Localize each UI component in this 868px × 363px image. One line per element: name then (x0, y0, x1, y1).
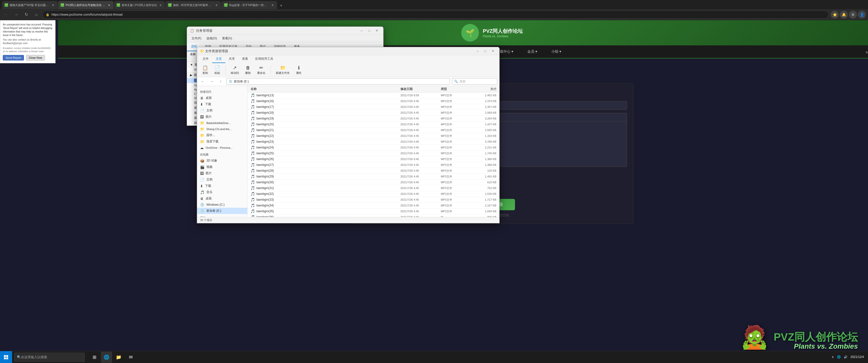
fe-file-row-11[interactable]: 🎵 lawnbgm(26) 2021/7/26 4:45 MP3文件 1,380… (248, 156, 499, 162)
fe-sidebar-desktop[interactable]: 🖥 桌面 (197, 95, 247, 101)
fe-sidebar-pictures2[interactable]: 🖼 图片 (197, 170, 247, 176)
fe-forward-button[interactable]: → (208, 78, 215, 85)
fe-file-row-4[interactable]: 🎵 lawnbgm(19) 2021/7/26 4:45 MP3文件 3,284… (248, 116, 499, 122)
fe-file-row-15[interactable]: 🎵 lawnbgm(30) 2021/7/26 4:45 MP3文件 610 K… (248, 179, 499, 185)
fe-up-button[interactable]: ↑ (217, 78, 224, 85)
fe-file-row-3[interactable]: 🎵 lawnbgm(18) 2021/7/26 4:45 MP3文件 2,069… (248, 110, 499, 116)
tab-close-3[interactable]: ✕ (158, 3, 162, 7)
fe-sidebar-video[interactable]: 🎬 视频 (197, 164, 247, 170)
fe-search-box[interactable]: 🔍 搜索 (452, 78, 497, 85)
fe-sidebar-drivee[interactable]: 💿 新加卷 (E:) (197, 208, 247, 214)
taskbar-item-mail[interactable]: ✉ (125, 352, 136, 363)
taskbar-search[interactable]: 🔍 在这里输入以搜索 (14, 353, 85, 362)
fe-sidebar-documents2[interactable]: 📄 文档 (197, 176, 247, 183)
address-bar[interactable]: 🔒 https://www.pvzhome.com/forums/tat/pos… (42, 10, 829, 19)
home-button[interactable]: ⌂ (32, 10, 40, 19)
fe-file-row-13[interactable]: 🎵 lawnbgm(28) 2021/7/26 4:45 MP3文件 120 K… (248, 168, 499, 174)
tm-maximize-button[interactable]: □ (366, 28, 373, 33)
fe-sidebar-3dobjects[interactable]: 📦 3D 对象 (197, 158, 247, 164)
fe-file-row-1[interactable]: 🎵 lawnbgm(16) 2021/7/26 4:45 MP3文件 2,374… (248, 98, 499, 104)
refresh-button[interactable]: ↻ (22, 10, 30, 19)
tm-menu-view[interactable]: 查看(V) (219, 35, 235, 42)
fe-file-row-0[interactable]: 🎵 lawnbgm(13) 2021/7/29 9:59 MP3文件 2,462… (248, 93, 499, 98)
fe-file-row-10[interactable]: 🎵 lawnbgm(25) 2021/7/26 4:45 MP3文件 1,745… (248, 151, 499, 156)
fe-sidebar-desktop2[interactable]: 🖥 桌面 (197, 195, 247, 202)
taskbar-time[interactable]: 2021/12/4 (850, 355, 864, 359)
fe-file-row-7[interactable]: 🎵 lawnbgm(22) 2021/7/26 4:45 MP3文件 1,333… (248, 133, 499, 139)
fe-ribbon-tab-home[interactable]: 主页 (212, 55, 225, 63)
user-avatar[interactable]: 👤 (858, 10, 866, 19)
fe-col-name[interactable]: 名称 (251, 87, 400, 91)
fe-ribbon-btn-copy[interactable]: 📋 复制 (200, 64, 210, 76)
forward-button[interactable]: → (12, 10, 20, 19)
fe-sidebar-music[interactable]: 🎵 音乐 (197, 189, 247, 195)
fe-file-row-14[interactable]: 🎵 lawnbgm(29) 2021/7/26 4:45 MP3文件 1,491… (248, 174, 499, 179)
fe-minimize-button[interactable]: ─ (474, 48, 481, 54)
fe-col-type[interactable]: 类型 (441, 87, 471, 91)
fe-file-row-18[interactable]: 🎵 lawnbgm(33) 2021/7/26 4:45 MP3文件 1,717… (248, 197, 499, 203)
fe-col-date[interactable]: 修改日期 (400, 87, 441, 91)
fe-file-row-5[interactable]: 🎵 lawnbgm(20) 2021/7/26 4:45 MP3文件 1,437… (248, 122, 499, 127)
fe-back-button[interactable]: ← (199, 78, 206, 85)
fe-ribbon-btn-paste[interactable]: 📄 粘贴 (212, 64, 222, 76)
fe-file-row-21[interactable]: 🎵 lawnbgm(36) 2021/7/26 4:45 M... 865 KB (248, 214, 499, 217)
send-report-button[interactable]: Send Report (3, 55, 24, 61)
fe-file-row-16[interactable]: 🎵 lawnbgm(31) 2021/7/26 4:45 MP3文件 752 K… (248, 185, 499, 191)
fe-path-bar[interactable]: 💿 新加卷 (E:) (226, 78, 450, 85)
fe-sidebar-downloads[interactable]: ⬇ 下载 (197, 101, 247, 107)
fe-sidebar-drivec[interactable]: 💿 Windows (C:) (197, 202, 247, 208)
new-tab-button[interactable]: + (278, 2, 285, 9)
fe-ribbon-btn-delete[interactable]: 🗑 删除 (243, 64, 253, 76)
tm-menu-options[interactable]: 选项(O) (204, 35, 219, 42)
fe-ribbon-btn-properties[interactable]: ℹ 属性 (294, 64, 304, 76)
back-button[interactable]: ← (2, 10, 10, 19)
fe-maximize-button[interactable]: □ (482, 48, 489, 54)
fe-file-row-17[interactable]: 🎵 lawnbgm(32) 2021/7/26 4:45 MP3文件 1,530… (248, 191, 499, 197)
start-button[interactable] (0, 351, 12, 363)
fe-ribbon-tab-file[interactable]: 文件 (199, 55, 212, 63)
fe-sidebar-shang[interactable]: 📁 Shang.Chi.and.the... (197, 126, 247, 132)
browser-tab-4[interactable]: 🌱 抱怨 - 时空环游之旅TAT版常见... ✕ (165, 1, 221, 9)
tm-minimize-button[interactable]: ─ (358, 28, 365, 33)
tab-close-4[interactable]: ✕ (215, 3, 218, 7)
fe-sidebar-pictures[interactable]: 🖼 图片 (197, 114, 247, 120)
taskbar-item-browser[interactable]: 🌐 (101, 352, 112, 363)
fe-sidebar-baidu[interactable]: 📁 BaiduNetdiskDow... (197, 120, 247, 126)
browser-tab-2[interactable]: 🌱 PVZ同人创作论坛号发帖活动 ||... ✕ (58, 1, 114, 9)
fe-ribbon-tab-view[interactable]: 查看 (239, 55, 252, 63)
taskbar-item-taskview[interactable]: ⊞ (89, 352, 100, 363)
browser-tab-3[interactable]: 🌱 发布主题 | PVZ同人创作论坛 ✕ (114, 1, 165, 9)
fe-ribbon-btn-rename[interactable]: ✏ 重命名 (255, 64, 268, 76)
ext-btn-3[interactable]: ⚙ (849, 10, 857, 19)
fe-file-row-8[interactable]: 🎵 lawnbgm(23) 2021/7/26 4:45 MP3文件 3,780… (248, 139, 499, 145)
tray-chevron[interactable]: ∧ (832, 355, 834, 359)
fe-sidebar-downloads2[interactable]: ⬇ 下载 (197, 183, 247, 189)
fe-file-row-19[interactable]: 🎵 lawnbgm(34) 2021/7/26 4:45 MP3文件 2,107… (248, 203, 499, 208)
ext-btn-1[interactable]: ⭐ (831, 10, 839, 19)
fe-sidebar-thunder[interactable]: 📁 迅雷下载 (197, 138, 247, 145)
nav-item-groups[interactable]: 小组 ▾ (549, 45, 563, 58)
fe-file-row-20[interactable]: 🎵 lawnbgm(35) 2021/7/26 4:45 MP3文件 1,640… (248, 208, 499, 214)
fe-ribbon-btn-move[interactable]: ↗ 移动到 (228, 64, 241, 76)
fe-ribbon-tab-share[interactable]: 共享 (225, 55, 239, 63)
fe-file-row-12[interactable]: 🎵 lawnbgm(27) 2021/7/26 4:45 MP3文件 1,380… (248, 162, 499, 168)
fe-file-row-9[interactable]: 🎵 lawnbgm(24) 2021/7/26 4:45 MP3文件 2,231… (248, 145, 499, 151)
nav-item-members[interactable]: 会员 ▾ (525, 45, 539, 58)
taskbar-item-explorer[interactable]: 📁 (113, 352, 124, 363)
fe-file-row-6[interactable]: 🎵 lawnbgm(21) 2021/7/26 4:45 MP3文件 2,565… (248, 127, 499, 133)
fe-file-row-2[interactable]: 🎵 lawnbgm(17) 2021/7/26 4:45 MP3文件 2,357… (248, 104, 499, 110)
tab-close-2[interactable]: ✕ (107, 3, 111, 7)
ext-btn-2[interactable]: 🔔 (840, 10, 848, 19)
fe-sidebar-onedrive[interactable]: ☁ OneDrive - Persona... (197, 145, 247, 151)
tm-menu-file[interactable]: 文件(F) (189, 35, 204, 42)
fe-sidebar-guoxue[interactable]: 📁 国学... (197, 132, 247, 138)
tab-close-5[interactable]: ✕ (271, 3, 275, 7)
fe-close-button[interactable]: ✕ (489, 48, 496, 54)
browser-tab-1[interactable]: 🌱 植物大战僵尸TAT版 常见问题解... ✕ (2, 1, 58, 9)
fe-ribbon-tab-tools[interactable]: 应用程序工具 (252, 55, 277, 63)
tab-close-1[interactable]: ✕ (51, 3, 55, 7)
close-now-button[interactable]: Close Now (26, 55, 45, 61)
fe-col-size[interactable]: 大小 (471, 87, 496, 91)
browser-tab-5[interactable]: 🌱 Bug反馈 - 关于TAT版的一些吐槽... ✕ (221, 1, 277, 9)
tm-close-button[interactable]: ✕ (373, 28, 380, 33)
